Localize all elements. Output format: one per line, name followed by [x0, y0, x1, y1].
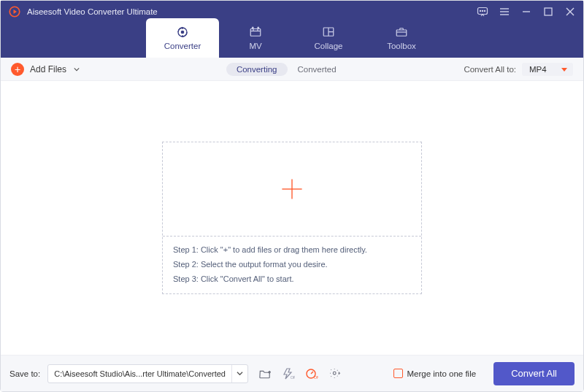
svg-point-30 — [333, 372, 336, 374]
drop-zone-target[interactable] — [163, 142, 421, 236]
instruction-steps: Step 1: Click "+" to add files or drag t… — [163, 237, 421, 293]
chevron-down-icon — [74, 66, 80, 72]
footer-actions: OFF ON — [256, 365, 345, 383]
settings-icon[interactable] — [326, 365, 345, 383]
segment-converted[interactable]: Converted — [288, 63, 347, 76]
merge-checkbox[interactable]: Merge into one file — [393, 369, 477, 378]
format-select[interactable]: MP4 — [522, 63, 573, 76]
checkbox-box — [393, 369, 403, 378]
status-segment: Converting Converted — [226, 63, 347, 76]
feedback-icon[interactable] — [477, 6, 488, 18]
format-value: MP4 — [529, 65, 547, 74]
main-tabs: Converter MV Collage Toolbox — [1, 18, 583, 58]
svg-point-18 — [252, 27, 253, 28]
segment-converting[interactable]: Converting — [226, 63, 288, 76]
save-path-value: C:\Aiseesoft Studio\Ais...rter Ultimate\… — [48, 369, 231, 378]
header: Aiseesoft Video Converter Ultimate — [1, 1, 583, 58]
svg-point-3 — [482, 10, 483, 11]
open-folder-icon[interactable] — [256, 365, 274, 383]
svg-rect-9 — [545, 8, 552, 15]
add-files-label: Add Files — [30, 64, 66, 74]
window-controls — [477, 6, 576, 18]
drop-zone[interactable]: Step 1: Click "+" to add files or drag t… — [162, 142, 422, 294]
tab-mv[interactable]: MV — [219, 18, 292, 58]
svg-point-19 — [258, 27, 259, 28]
add-files-button[interactable]: + Add Files — [11, 63, 80, 76]
plus-icon: + — [11, 63, 24, 76]
svg-text:OFF: OFF — [291, 375, 295, 380]
footer: Save to: C:\Aiseesoft Studio\Ais...rter … — [1, 355, 583, 391]
minimize-icon[interactable] — [520, 6, 532, 18]
chevron-down-icon[interactable] — [231, 365, 247, 383]
add-plus-icon — [280, 177, 304, 201]
step-text: Step 1: Click "+" to add files or drag t… — [173, 245, 411, 254]
menu-icon[interactable] — [499, 6, 510, 18]
svg-point-13 — [181, 31, 183, 33]
tab-label: Converter — [164, 42, 201, 50]
app-window: Aiseesoft Video Converter Ultimate — [0, 0, 584, 392]
app-title: Aiseesoft Video Converter Ultimate — [27, 7, 158, 16]
svg-point-4 — [484, 10, 485, 11]
convert-all-to: Convert All to: MP4 — [464, 63, 573, 76]
tab-toolbox[interactable]: Toolbox — [365, 18, 438, 58]
save-to-label: Save to: — [9, 369, 40, 378]
convert-all-button[interactable]: Convert All — [493, 362, 575, 385]
tab-collage[interactable]: Collage — [292, 18, 365, 58]
tab-label: MV — [249, 42, 261, 50]
app-logo-icon — [8, 5, 21, 18]
toolbar: + Add Files Converting Converted Convert… — [1, 58, 583, 81]
svg-rect-14 — [250, 29, 261, 36]
convert-all-to-label: Convert All to: — [464, 65, 516, 74]
svg-text:ON: ON — [314, 375, 318, 380]
save-path-field[interactable]: C:\Aiseesoft Studio\Ais...rter Ultimate\… — [47, 364, 248, 383]
tab-label: Collage — [315, 42, 343, 50]
tab-label: Toolbox — [387, 42, 416, 50]
high-speed-on-icon[interactable]: ON — [302, 365, 321, 383]
step-text: Step 3: Click "Convert All" to start. — [173, 274, 411, 283]
close-icon[interactable] — [564, 6, 576, 18]
maximize-icon[interactable] — [542, 6, 554, 18]
step-text: Step 2: Select the output format you des… — [173, 260, 411, 269]
merge-label: Merge into one file — [407, 369, 477, 378]
tab-converter[interactable]: Converter — [146, 18, 219, 58]
svg-rect-23 — [396, 30, 407, 36]
main-area: Step 1: Click "+" to add files or drag t… — [1, 81, 583, 355]
hw-accel-off-icon[interactable]: OFF — [279, 365, 298, 383]
svg-point-2 — [480, 10, 480, 11]
